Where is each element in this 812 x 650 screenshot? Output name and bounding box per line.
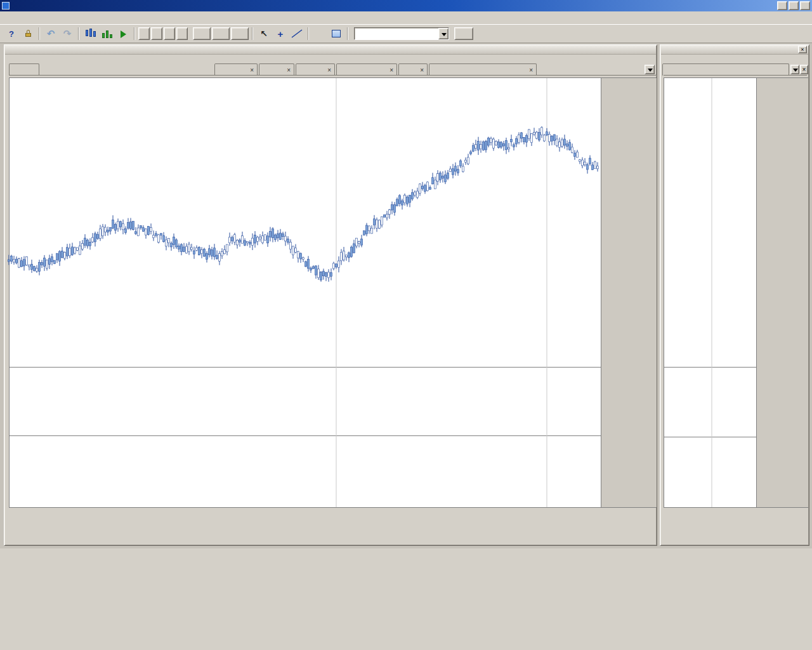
lock-icon[interactable] <box>20 27 36 41</box>
candle-glyph <box>86 30 88 36</box>
toolbar-separator <box>39 27 40 40</box>
candle-glyph <box>89 29 92 37</box>
right-price-axis <box>757 77 808 508</box>
right-plot <box>664 77 757 508</box>
app-icon <box>2 2 10 10</box>
toolbar-separator <box>134 27 135 40</box>
tab-log[interactable]: × <box>398 63 428 76</box>
unit-button-0[interactable] <box>193 27 211 40</box>
right-pane3-divider <box>664 437 757 437</box>
down-arrow-icon <box>442 33 447 36</box>
main-price-axis <box>601 77 657 508</box>
interval-button-5[interactable] <box>151 27 162 40</box>
toolbar-separator <box>308 27 309 40</box>
right-tab-close-button[interactable]: × <box>800 65 808 74</box>
right-window-close-button[interactable]: × <box>798 46 807 53</box>
main-window-header <box>5 45 656 55</box>
menu-view[interactable] <box>22 17 32 19</box>
toolbar: ?↶↷↖+ <box>0 24 812 43</box>
tab-strip-baseline <box>9 75 657 76</box>
help-icon[interactable]: ? <box>4 27 19 41</box>
menu-portfolio[interactable] <box>42 17 52 19</box>
interval-button-30[interactable] <box>164 27 175 40</box>
bar-glyph <box>106 30 108 38</box>
right-tab-instrument[interactable] <box>662 63 789 76</box>
tab-close-icon[interactable]: × <box>420 67 424 74</box>
lock-shackle-icon <box>27 30 30 34</box>
tab-optimization[interactable]: × <box>336 63 397 76</box>
tab-optimization-results[interactable]: × <box>429 63 537 76</box>
minimize-button[interactable] <box>777 1 787 10</box>
right-pane2-divider <box>664 367 757 368</box>
tab-list-dropdown-button[interactable] <box>645 65 655 74</box>
right-tab-dropdown-button[interactable] <box>790 65 799 74</box>
tab-results[interactable]: × <box>214 63 258 76</box>
right-arrow-icon <box>121 30 126 38</box>
symbol-combo-dropdown-button[interactable] <box>438 28 449 39</box>
bar-chart-icon[interactable] <box>99 27 114 41</box>
app-titlebar <box>0 0 812 11</box>
menu-instruments[interactable] <box>52 17 62 19</box>
menu-help[interactable] <box>62 17 72 19</box>
menu-scripts[interactable] <box>32 17 42 19</box>
run-script-icon[interactable] <box>115 27 131 41</box>
down-arrow-icon <box>793 69 798 72</box>
interval-button-60[interactable] <box>176 27 188 40</box>
maximize-button[interactable] <box>789 1 799 10</box>
tab-instrument-fragment[interactable] <box>9 63 39 76</box>
toolbar-separator <box>347 27 348 40</box>
cursor-icon[interactable]: ↖ <box>256 27 272 41</box>
trendline-icon[interactable] <box>289 27 304 41</box>
main-pane2-divider <box>9 367 601 368</box>
candle-glyph <box>93 31 96 37</box>
right-tab-strip-baseline <box>664 75 807 76</box>
text-tool-icon[interactable] <box>312 27 327 41</box>
tab-close-icon[interactable]: × <box>327 67 331 74</box>
candle-chart-icon[interactable] <box>82 27 98 41</box>
tab-close-icon[interactable]: × <box>390 67 393 74</box>
tab-income[interactable]: × <box>259 63 294 76</box>
symbol-combo[interactable] <box>354 27 449 40</box>
right-window-header: × <box>661 45 808 55</box>
redo-icon[interactable]: ↷ <box>60 27 75 41</box>
tab-trades[interactable]: × <box>296 63 335 76</box>
main-pane3-divider <box>9 435 601 436</box>
menu-file[interactable] <box>1 17 11 19</box>
close-button[interactable] <box>800 1 810 10</box>
tab-close-icon[interactable]: × <box>529 67 533 74</box>
menubar <box>0 11 812 24</box>
spacer <box>189 34 192 34</box>
tab-close-icon[interactable]: × <box>250 67 254 74</box>
table-icon[interactable] <box>329 27 344 41</box>
menu-edit[interactable] <box>11 17 22 19</box>
bar-glyph <box>102 33 105 38</box>
toolbar-blank-button[interactable] <box>454 27 473 40</box>
bar-glyph <box>110 34 112 38</box>
toolbar-separator <box>252 27 253 40</box>
tab-close-icon[interactable]: × <box>287 67 291 74</box>
undo-icon[interactable]: ↶ <box>43 27 58 41</box>
unit-button-2[interactable] <box>231 27 249 40</box>
unit-button-1[interactable] <box>212 27 230 40</box>
screen: ?↶↷↖+×××××××× <box>0 0 812 650</box>
crosshair-icon[interactable]: + <box>273 27 288 41</box>
down-arrow-icon <box>648 69 653 72</box>
toolbar-separator <box>78 27 79 40</box>
main-plot <box>9 77 601 508</box>
table-glyph <box>332 30 341 37</box>
interval-button-1[interactable] <box>138 27 150 40</box>
